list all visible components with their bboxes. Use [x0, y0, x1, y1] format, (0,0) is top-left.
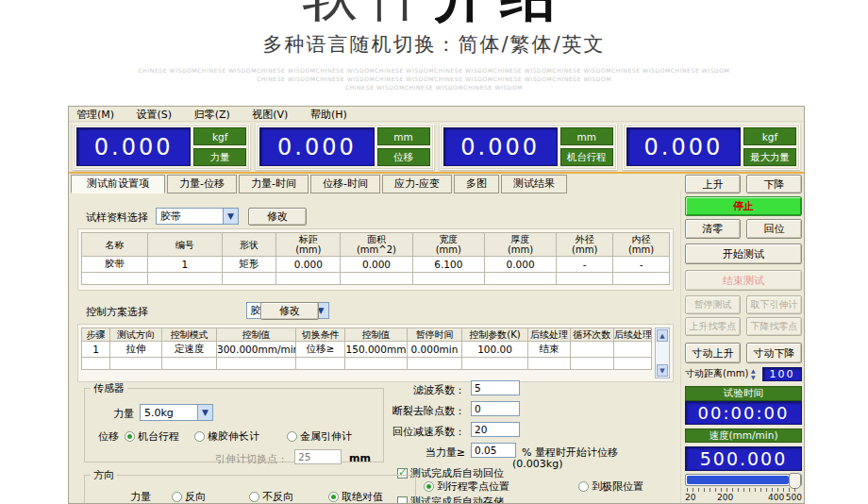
stop-button[interactable]: 停止 — [685, 196, 802, 216]
radio-metal-extensometer[interactable]: 金属引伸计 — [287, 429, 352, 444]
radio-icon[interactable] — [194, 431, 205, 442]
menu-view[interactable]: 视图(V) — [252, 109, 288, 121]
displacement-unit: mm — [377, 127, 430, 145]
up-find-zero-button[interactable]: 上升找零点 — [685, 317, 741, 336]
speed-header: 速度(mm/min) — [685, 428, 802, 443]
force-label: 力量 — [193, 148, 246, 166]
stroke-label: 机台行程 — [560, 148, 613, 166]
specimen-data-row[interactable]: 胶带1 矩形0.000 0.0006.100 0.000- - — [82, 257, 670, 273]
max-force-unit: kgf — [743, 127, 796, 145]
force-unit: kgf — [193, 127, 246, 145]
radio-machine-stroke[interactable]: 机台行程 — [125, 429, 179, 444]
tab-strip: 测试前设置项 力量-位移 力量-时间 位移-时间 应力-应变 多图 测试结果 — [71, 175, 569, 193]
menu-zero[interactable]: 归零(Z) — [194, 109, 230, 121]
pause-test-button[interactable]: 暂停测试 — [685, 295, 741, 314]
direction-group-title: 方向 — [91, 468, 117, 482]
page-title: 软件介绍 — [0, 0, 868, 25]
tab-stress-strain[interactable]: 应力-应变 — [382, 175, 452, 193]
menu-bar: 管理(M) 设置(S) 归零(Z) 视图(V) 帮助(H) — [69, 107, 804, 122]
jog-distance-spinner[interactable]: ▲ ▼ — [751, 367, 760, 380]
radio-force-absolute[interactable]: 取绝对值 — [328, 490, 383, 504]
lcd-panel-row: 0.000 kgf力量 0.000 mm位移 0.000 mm机台行程 0.00… — [73, 124, 800, 170]
radio-icon[interactable] — [287, 431, 297, 442]
filter-coef-label: 滤波系数： — [352, 383, 465, 397]
scale-label: 500 — [786, 493, 802, 502]
scheme-table-scrollbar[interactable]: ▲ ▼ — [655, 328, 670, 378]
radio-icon[interactable] — [172, 492, 182, 502]
machine-control-panel: 上升 下降 停止 清零 回位 开始测试 结束测试 暂停测试 取下引伸计 上升找零… — [685, 174, 802, 503]
scheme-table: 步骤测试方向 控制模式控制值 切换条件控制值 暂停时间控制参数(K) 后续处理循… — [81, 328, 652, 370]
title-part-light: 软件 — [302, 0, 434, 25]
start-test-button[interactable]: 开始测试 — [685, 244, 802, 264]
scale-label: 200 — [717, 493, 733, 502]
watermark-line: CHINESE WISDOMCHINESE WISDOMCHINESE WISD… — [0, 84, 868, 91]
displacement-label: 位移 — [377, 148, 430, 166]
tab-pretest-settings[interactable]: 测试前设置项 — [71, 175, 165, 193]
jog-distance-input[interactable]: 100 — [762, 367, 802, 381]
break-remove-input[interactable]: 0 — [471, 401, 520, 416]
jog-up-button[interactable]: 寸动上升 — [685, 343, 741, 363]
tab-multi-chart[interactable]: 多图 — [454, 175, 499, 193]
menu-settings[interactable]: 设置(S) — [137, 109, 173, 121]
test-time-display: 00:00:00 — [685, 401, 802, 425]
radio-icon[interactable] — [424, 481, 434, 492]
remove-extensometer-button[interactable]: 取下引伸计 — [746, 295, 802, 314]
radio-icon[interactable] — [249, 492, 259, 502]
filter-coef-input[interactable]: 5 — [471, 380, 520, 395]
break-remove-label: 断裂去除点数： — [352, 404, 465, 418]
radio-force-reverse[interactable]: 反向 — [172, 490, 206, 504]
scheme-modify-button[interactable]: 修改 — [260, 302, 319, 320]
radio-rubber-extensometer[interactable]: 橡胶伸长计 — [194, 429, 259, 444]
scale-label: 400 — [768, 493, 784, 502]
specimen-table-frame: 名称 编号 形状 标距(mm) 面积(mm^2) 宽度(mm) 厚度(mm) 外… — [77, 228, 674, 291]
watermark-line: CHINESE WISDOMCHINESE WISDOMCHINESE WISD… — [0, 76, 868, 82]
specimen-select-label: 试样资料选择 — [86, 210, 148, 225]
max-force-panel: 0.000 kgf最大力量 — [623, 124, 800, 170]
menu-manage[interactable]: 管理(M) — [76, 109, 114, 121]
page-subtitle: 多种语言随机切换：简体/繁体/英文 — [0, 31, 868, 58]
radio-icon[interactable] — [125, 431, 135, 442]
threshold-input[interactable]: 0.05 — [471, 443, 516, 458]
app-window: 管理(M) 设置(S) 归零(Z) 视图(V) 帮助(H) 0.000 kgf力… — [68, 106, 805, 504]
speed-slider-track[interactable] — [685, 474, 802, 486]
return-decel-input[interactable]: 20 — [471, 422, 520, 437]
tab-force-displacement[interactable]: 力量-位移 — [167, 175, 237, 193]
return-decel-label: 回位减速系数： — [352, 425, 465, 439]
scheme-data-row[interactable]: 1拉伸 定速度300.000mm/min 位移≥150.000mm 0.000m… — [82, 342, 652, 358]
down-find-zero-button[interactable]: 下降找零点 — [746, 317, 802, 336]
max-force-display: 0.000 — [626, 127, 741, 166]
sensor-force-select[interactable]: 5.0kg▼ — [140, 404, 213, 421]
ext-switch-input[interactable]: 25 — [294, 449, 342, 464]
tab-test-results[interactable]: 测试结果 — [501, 175, 567, 193]
return-button[interactable]: 回位 — [746, 219, 802, 239]
chevron-down-icon[interactable]: ▼ — [197, 405, 212, 420]
chevron-down-icon[interactable]: ▼ — [223, 209, 238, 224]
down-button[interactable]: 下降 — [746, 175, 802, 193]
spinner-down-icon[interactable]: ▼ — [751, 374, 756, 380]
radio-force-no-reverse[interactable]: 不反向 — [249, 490, 293, 504]
radio-to-stroke-zero[interactable]: 到行程零点位置 — [424, 479, 509, 494]
speed-slider-thumb[interactable] — [789, 473, 801, 489]
scroll-up-icon[interactable]: ▲ — [657, 329, 668, 342]
scroll-down-icon[interactable]: ▼ — [657, 364, 668, 377]
tab-displacement-time[interactable]: 位移-时间 — [310, 175, 380, 193]
threshold-note: (0.003kg) — [512, 458, 562, 470]
pretest-settings-pane: 试样资料选择 胶带▼ 修改 名称 编号 形状 标距(mm) 面积(mm^2) 宽… — [69, 193, 681, 503]
specimen-header-row: 名称 编号 形状 标距(mm) 面积(mm^2) 宽度(mm) 厚度(mm) 外… — [82, 233, 670, 257]
speed-display: 500.000 — [685, 446, 802, 471]
specimen-select[interactable]: 胶带▼ — [156, 208, 239, 225]
up-button[interactable]: 上升 — [685, 175, 741, 193]
menu-help[interactable]: 帮助(H) — [310, 109, 347, 121]
tab-force-time[interactable]: 力量-时间 — [239, 175, 309, 193]
radio-icon[interactable] — [328, 492, 339, 502]
spinner-up-icon[interactable]: ▲ — [751, 367, 756, 374]
sensor-group-title: 传感器 — [91, 381, 127, 395]
specimen-modify-button[interactable]: 修改 — [248, 208, 307, 226]
radio-to-limit[interactable]: 到极限位置 — [578, 479, 643, 494]
threshold-prefix: 当力量≥ — [352, 445, 465, 460]
jog-down-button[interactable]: 寸动下降 — [746, 343, 802, 363]
watermark-line: CHINESE WISDOMCHINESE WISDOMCHINESE WISD… — [0, 67, 868, 74]
radio-icon[interactable] — [578, 481, 589, 492]
end-test-button[interactable]: 结束测试 — [685, 270, 802, 291]
clear-zero-button[interactable]: 清零 — [685, 219, 741, 239]
